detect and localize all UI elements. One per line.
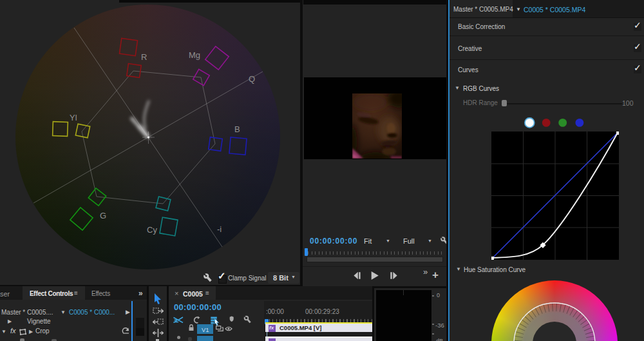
svg-text:Mg: Mg	[189, 50, 200, 60]
svg-text:-i: -i	[217, 224, 222, 234]
svg-text:R: R	[141, 52, 147, 62]
svg-text:Cy: Cy	[147, 225, 157, 235]
svg-text:Yl: Yl	[70, 113, 77, 122]
svg-text:B: B	[234, 124, 240, 134]
svg-text:G: G	[100, 211, 106, 220]
svg-text:Q: Q	[249, 74, 255, 84]
